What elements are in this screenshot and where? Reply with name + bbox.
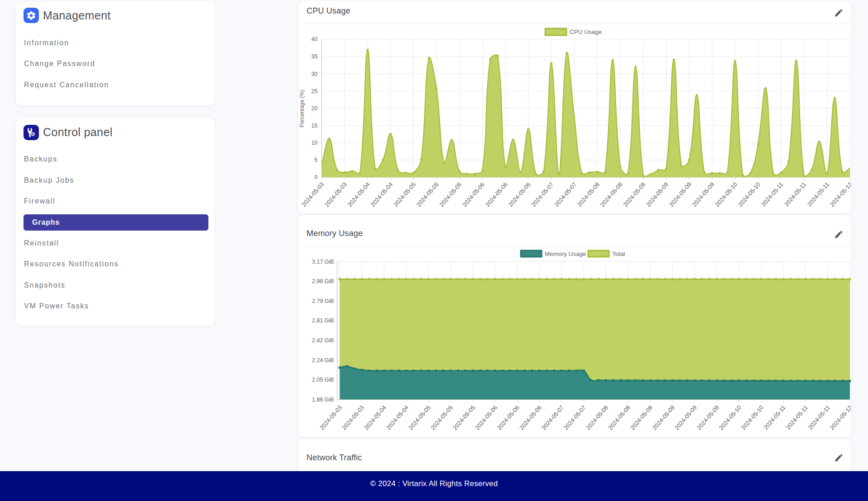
svg-text:2024-05-05: 2024-05-05 [429, 404, 454, 431]
svg-text:2024-05-05: 2024-05-05 [415, 181, 440, 208]
svg-text:2024-05-09: 2024-05-09 [651, 404, 676, 431]
svg-text:2024-05-10: 2024-05-10 [718, 404, 743, 431]
svg-text:2024-05-03: 2024-05-03 [340, 404, 365, 431]
svg-text:2024-05-09: 2024-05-09 [691, 181, 716, 208]
svg-text:Total: Total [612, 250, 625, 257]
svg-text:2024-05-11: 2024-05-11 [807, 404, 831, 431]
svg-text:2024-05-11: 2024-05-11 [784, 404, 809, 431]
svg-text:2024-05-07: 2024-05-07 [530, 181, 555, 208]
svg-text:15: 15 [311, 123, 318, 129]
svg-text:2024-05-08: 2024-05-08 [585, 404, 609, 431]
svg-text:2024-05-04: 2024-05-04 [363, 404, 387, 431]
svg-text:2024-05-11: 2024-05-11 [760, 181, 784, 208]
svg-text:2024-05-12: 2024-05-12 [829, 181, 851, 208]
svg-text:2024-05-09: 2024-05-09 [673, 404, 698, 431]
svg-text:2024-05-10: 2024-05-10 [737, 181, 762, 208]
svg-text:2.98 GiB: 2.98 GiB [312, 278, 334, 284]
svg-text:2024-05-09: 2024-05-09 [668, 181, 693, 208]
svg-text:2024-05-05: 2024-05-05 [407, 404, 432, 431]
svg-text:2024-05-08: 2024-05-08 [599, 181, 624, 208]
svg-text:2024-05-07: 2024-05-07 [540, 404, 565, 431]
svg-text:30: 30 [311, 71, 318, 77]
svg-text:20: 20 [311, 105, 318, 112]
svg-text:2024-05-06: 2024-05-06 [484, 181, 509, 208]
svg-text:2.42 GiB: 2.42 GiB [312, 337, 334, 344]
svg-text:2024-05-08: 2024-05-08 [622, 181, 647, 208]
svg-text:2024-05-10: 2024-05-10 [714, 181, 739, 208]
svg-text:2.24 GiB: 2.24 GiB [312, 357, 334, 364]
svg-text:2024-05-08: 2024-05-08 [629, 404, 654, 431]
svg-text:2.79 GiB: 2.79 GiB [312, 298, 334, 304]
svg-text:2024-05-06: 2024-05-06 [461, 181, 486, 208]
svg-text:Percentage (%): Percentage (%) [299, 90, 305, 127]
svg-text:2024-05-10: 2024-05-10 [740, 404, 765, 431]
svg-text:2024-05-09: 2024-05-09 [645, 181, 670, 208]
svg-text:2024-05-07: 2024-05-07 [553, 181, 578, 208]
svg-text:1.86 GiB: 1.86 GiB [312, 397, 334, 403]
svg-text:3.17 GiB: 3.17 GiB [312, 259, 334, 265]
svg-text:2024-05-04: 2024-05-04 [385, 404, 410, 431]
svg-text:2024-05-12: 2024-05-12 [829, 404, 851, 431]
svg-text:2024-05-08: 2024-05-08 [576, 181, 601, 208]
svg-text:0: 0 [315, 174, 318, 180]
svg-text:2024-05-06: 2024-05-06 [474, 404, 499, 431]
svg-text:2.61 GiB: 2.61 GiB [312, 317, 334, 324]
svg-text:2024-05-03: 2024-05-03 [318, 404, 343, 431]
svg-text:2024-05-07: 2024-05-07 [562, 404, 587, 431]
svg-text:2024-05-03: 2024-05-03 [300, 181, 325, 208]
svg-text:2024-05-05: 2024-05-05 [438, 181, 463, 208]
svg-text:Memory Usage: Memory Usage [545, 250, 586, 257]
svg-text:2024-05-11: 2024-05-11 [806, 181, 830, 208]
svg-text:2024-05-09: 2024-05-09 [695, 404, 720, 431]
svg-text:2024-05-06: 2024-05-06 [507, 181, 532, 208]
svg-text:2024-05-04: 2024-05-04 [346, 181, 371, 208]
svg-text:2024-05-05: 2024-05-05 [452, 404, 476, 431]
svg-text:2.05 GiB: 2.05 GiB [312, 377, 334, 383]
svg-text:2024-05-05: 2024-05-05 [392, 181, 417, 208]
svg-text:2024-05-03: 2024-05-03 [323, 181, 348, 208]
svg-text:2024-05-06: 2024-05-06 [518, 404, 543, 431]
svg-text:2024-05-08: 2024-05-08 [607, 404, 632, 431]
svg-text:2024-05-06: 2024-05-06 [496, 404, 521, 431]
svg-text:25: 25 [311, 88, 318, 95]
svg-text:2024-05-11: 2024-05-11 [783, 181, 807, 208]
svg-text:CPU Usage: CPU Usage [570, 28, 602, 35]
svg-text:5: 5 [315, 157, 318, 163]
svg-text:35: 35 [311, 53, 318, 60]
svg-text:2024-05-11: 2024-05-11 [762, 404, 787, 431]
svg-text:10: 10 [311, 140, 318, 146]
svg-text:40: 40 [311, 36, 318, 43]
svg-text:2024-05-04: 2024-05-04 [369, 181, 394, 208]
